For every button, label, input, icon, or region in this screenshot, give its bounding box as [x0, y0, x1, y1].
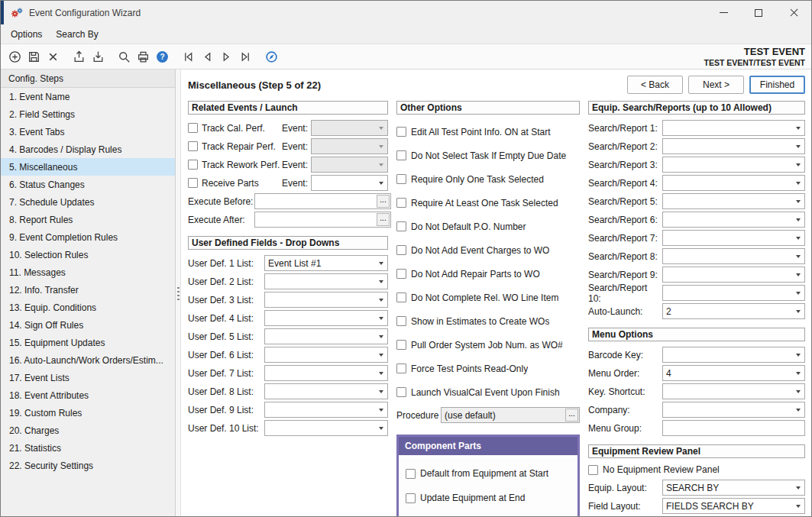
checkbox[interactable]: [396, 174, 406, 184]
search-report-2-combo[interactable]: [662, 138, 805, 154]
sidebar-item-17[interactable]: 17. Event Lists: [1, 369, 175, 386]
minimize-button[interactable]: [706, 1, 741, 24]
sidebar-item-20[interactable]: 20. Charges: [1, 422, 175, 439]
next-button[interactable]: Next >: [688, 76, 744, 94]
user-def-1-combo[interactable]: Event List #1: [264, 255, 388, 271]
sidebar-item-9[interactable]: 9. Event Completion Rules: [1, 228, 175, 246]
export-icon[interactable]: [70, 47, 89, 66]
auto-launch-combo[interactable]: 2: [662, 303, 805, 319]
last-record-icon[interactable]: [236, 47, 255, 66]
execute-before-field[interactable]: ...: [254, 193, 391, 209]
sidebar-item-14[interactable]: 14. Sign Off Rules: [1, 316, 175, 334]
checkbox[interactable]: [396, 316, 406, 326]
sidebar-item-10[interactable]: 10. Selection Rules: [1, 246, 175, 263]
checkbox[interactable]: [396, 364, 406, 373]
search-report-10-combo[interactable]: [662, 285, 805, 301]
menu-options[interactable]: Options: [4, 26, 49, 43]
user-def-9-combo[interactable]: [264, 402, 388, 418]
search-report-4-combo[interactable]: [662, 175, 805, 191]
checkbox[interactable]: [188, 160, 198, 170]
equip-layout-combo[interactable]: SEARCH BY: [662, 480, 805, 496]
user-def-2-combo[interactable]: [264, 273, 388, 289]
help-icon[interactable]: ?: [153, 47, 172, 66]
search-icon[interactable]: [115, 47, 134, 66]
search-report-1-combo[interactable]: [662, 120, 805, 136]
execute-after-field[interactable]: ...: [254, 212, 391, 228]
checkbox[interactable]: [396, 340, 406, 350]
checkbox[interactable]: [396, 221, 406, 231]
checkbox[interactable]: [188, 123, 198, 133]
field-layout-combo[interactable]: FIELDS SEARCH BY: [662, 498, 805, 514]
maximize-button[interactable]: [741, 1, 776, 24]
event-combo[interactable]: [311, 175, 388, 191]
checkbox[interactable]: [188, 178, 198, 188]
sidebar-item-8[interactable]: 8. Report Rules: [1, 211, 175, 228]
sidebar-item-6[interactable]: 6. Status Changes: [1, 176, 175, 193]
user-def-5-combo[interactable]: [264, 328, 388, 344]
execute-after-input[interactable]: [255, 212, 377, 227]
sidebar-item-22[interactable]: 22. Security Settings: [1, 457, 175, 474]
procedure-browse-button[interactable]: ...: [565, 409, 578, 422]
user-def-7-combo[interactable]: [264, 365, 388, 381]
event-combo[interactable]: [311, 138, 388, 154]
sidebar-item-13[interactable]: 13. Equip. Conditions: [1, 299, 175, 316]
user-def-4-combo[interactable]: [264, 310, 388, 326]
execute-before-input[interactable]: [255, 194, 377, 208]
search-report-3-combo[interactable]: [662, 157, 805, 173]
event-combo[interactable]: [311, 157, 388, 173]
search-report-9-combo[interactable]: [662, 267, 805, 283]
delete-icon[interactable]: [44, 47, 63, 66]
user-def-6-combo[interactable]: [264, 347, 388, 363]
procedure-field[interactable]: (use default) ...: [441, 407, 580, 423]
no-equipment-review-checkbox[interactable]: [588, 465, 598, 475]
sidebar-item-7[interactable]: 7. Schedule Updates: [1, 193, 175, 211]
user-def-10-combo[interactable]: [264, 420, 388, 436]
sidebar-item-15[interactable]: 15. Equipment Updates: [1, 334, 175, 351]
checkbox[interactable]: [406, 469, 416, 479]
sidebar-item-2[interactable]: 2. Field Settings: [1, 105, 175, 123]
checkbox[interactable]: [188, 141, 198, 151]
sidebar-item-16[interactable]: 16. Auto-Launch/Work Orders/Estim...: [1, 351, 175, 369]
company-combo[interactable]: [662, 402, 805, 418]
sidebar-item-1[interactable]: 1. Event Name: [1, 88, 175, 105]
checkbox[interactable]: [396, 245, 406, 255]
sidebar-splitter[interactable]: [176, 69, 181, 516]
checkbox[interactable]: [396, 198, 406, 208]
add-icon[interactable]: [5, 47, 24, 66]
key-shortcut-combo[interactable]: [662, 383, 805, 399]
checkbox[interactable]: [396, 269, 406, 279]
finished-button[interactable]: Finished: [749, 76, 805, 94]
user-def-8-combo[interactable]: [264, 383, 388, 399]
menu-order-combo[interactable]: 4: [662, 365, 805, 381]
search-report-6-combo[interactable]: [662, 212, 805, 228]
event-combo[interactable]: [311, 120, 388, 136]
next-record-icon[interactable]: [217, 47, 236, 66]
menu-search-by[interactable]: Search By: [49, 26, 105, 43]
sidebar-item-11[interactable]: 11. Messages: [1, 263, 175, 281]
checkbox[interactable]: [396, 387, 406, 397]
barcode-key-combo[interactable]: [662, 347, 805, 363]
print-icon[interactable]: [134, 47, 153, 66]
import-icon[interactable]: [89, 47, 108, 66]
first-record-icon[interactable]: [179, 47, 198, 66]
navigate-icon[interactable]: [262, 47, 281, 66]
sidebar-item-3[interactable]: 3. Event Tabs: [1, 123, 175, 141]
sidebar-item-18[interactable]: 18. Event Attributes: [1, 386, 175, 404]
execute-before-browse-button[interactable]: ...: [377, 195, 390, 208]
execute-after-browse-button[interactable]: ...: [377, 213, 390, 226]
search-report-8-combo[interactable]: [662, 248, 805, 264]
checkbox[interactable]: [396, 150, 406, 160]
close-button[interactable]: [776, 1, 811, 24]
sidebar-item-19[interactable]: 19. Custom Rules: [1, 404, 175, 422]
previous-record-icon[interactable]: [198, 47, 217, 66]
sidebar-item-21[interactable]: 21. Statistics: [1, 439, 175, 457]
sidebar-item-5[interactable]: 5. Miscellaneous: [1, 158, 175, 176]
user-def-3-combo[interactable]: [264, 292, 388, 308]
search-report-5-combo[interactable]: [662, 193, 805, 209]
save-icon[interactable]: [24, 47, 44, 66]
checkbox[interactable]: [396, 292, 406, 302]
sidebar-item-12[interactable]: 12. Info. Transfer: [1, 281, 175, 299]
menu-group-input[interactable]: [662, 420, 805, 436]
search-report-7-combo[interactable]: [662, 230, 805, 246]
checkbox[interactable]: [396, 127, 406, 137]
